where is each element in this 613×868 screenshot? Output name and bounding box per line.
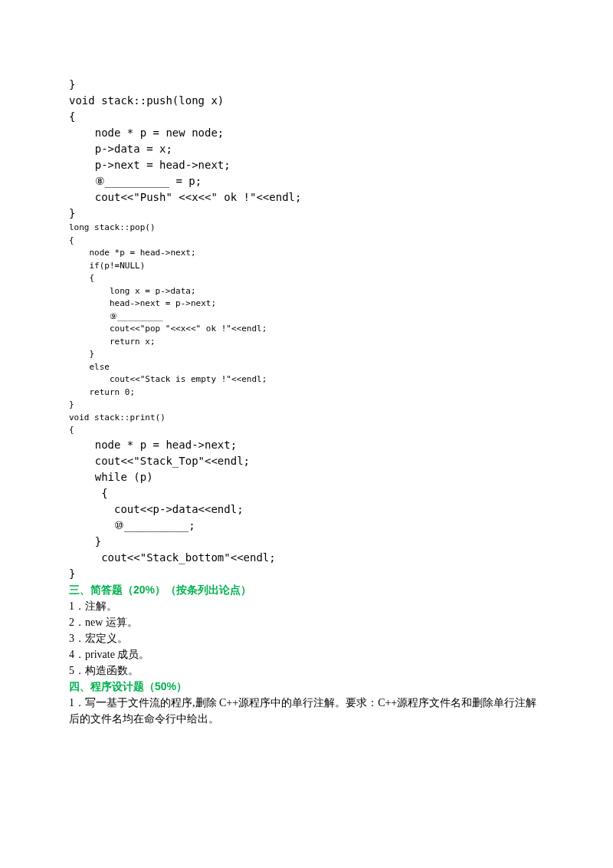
code-line: cout<<"Stack_bottom"<<endl; — [69, 550, 544, 566]
code-line: { — [69, 235, 544, 248]
question-3-4: 4．private 成员。 — [69, 646, 544, 663]
code-line: return 0; — [69, 386, 544, 399]
code-line: node *p = head->next; — [69, 247, 544, 260]
code-line: node * p = head->next; — [69, 437, 544, 453]
code-line: p->data = x; — [69, 141, 544, 157]
code-line: cout<<"Stack is empty !"<<endl; — [69, 373, 544, 386]
question-3-5: 5．构造函数。 — [69, 663, 544, 679]
code-line: cout<<"Stack_Top"<<endl; — [69, 453, 544, 469]
section-4-header: 四、程序设计题（50%） — [69, 679, 544, 695]
code-line: { — [69, 109, 544, 125]
code-line: } — [69, 348, 544, 361]
code-line: p->next = head->next; — [69, 157, 544, 173]
code-line: cout<<p->data<<endl; — [69, 501, 544, 518]
question-3-3: 3．宏定义。 — [69, 630, 544, 646]
code-line: else — [69, 361, 544, 374]
code-line: cout<<"pop "<<x<<" ok !"<<endl; — [69, 323, 544, 336]
code-line: } — [69, 399, 544, 412]
code-line: while (p) — [69, 469, 544, 485]
code-line: long x = p->data; — [69, 285, 544, 298]
code-line: node * p = new node; — [69, 125, 544, 141]
section-3-header: 三、简答题（20%）（按条列出论点） — [69, 582, 544, 598]
code-line: head->next = p->next; — [69, 298, 544, 311]
code-line: } — [69, 205, 544, 222]
code-line: void stack::push(long x) — [69, 93, 544, 109]
code-line: { — [69, 424, 544, 437]
code-line: return x; — [69, 336, 544, 349]
question-4-1: 1．写一基于文件流的程序,删除 C++源程序中的单行注解。要求：C++源程序文件… — [69, 695, 544, 727]
question-3-2: 2．new 运算。 — [69, 614, 544, 630]
code-line: } — [69, 534, 544, 550]
code-line: } — [69, 566, 544, 582]
code-line: if(p!=NULL) — [69, 260, 544, 273]
code-line: { — [69, 272, 544, 285]
code-line-blank-9: ⑨_________ — [69, 311, 544, 324]
code-line: { — [69, 485, 544, 501]
code-line-blank-10: ⑩__________; — [69, 518, 544, 534]
code-line: cout<<"Push" <<x<<" ok !"<<endl; — [69, 189, 544, 205]
code-line: long stack::pop() — [69, 222, 544, 235]
question-3-1: 1．注解。 — [69, 598, 544, 614]
code-line: void stack::print() — [69, 412, 544, 425]
code-line: } — [69, 77, 544, 93]
code-line-blank-8: ⑧__________ = p; — [69, 173, 544, 189]
